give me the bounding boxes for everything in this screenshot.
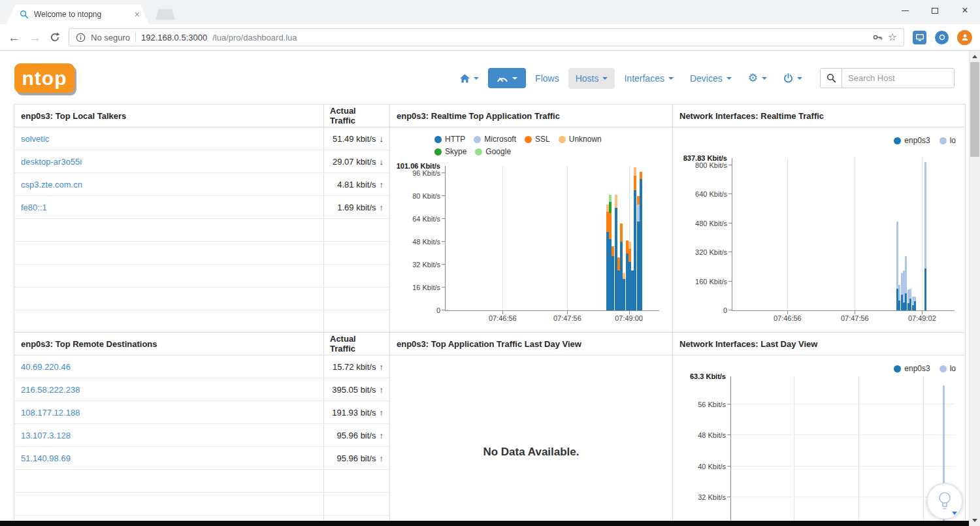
host-link[interactable]: solvetic [21,134,49,144]
maximize-button[interactable] [920,0,950,21]
nav-power-dropdown[interactable] [776,68,809,88]
traffic-value: 51.49 kbit/s [333,134,376,144]
browser-titlebar: Welcome to ntopng × × [0,0,980,24]
host-link[interactable]: fe80::1 [21,203,47,212]
host-cell: 40.69.220.46 [14,355,324,378]
chevron-down-icon [668,77,674,80]
browser-profile-avatar[interactable] [957,30,972,45]
gridline-vertical [923,376,924,526]
browser-tab[interactable]: Welcome to ntopng × [7,5,149,24]
traffic-cell [324,242,389,264]
nav-home-dropdown[interactable] [453,69,486,88]
ntop-logo[interactable]: ntop [14,63,74,93]
scrollbar-down-icon[interactable] [972,519,977,522]
gridline-horizontal [731,404,955,404]
host-cell [14,310,324,333]
remote-destinations-table: 40.69.220.4615.72 kbit/s↑216.58.222.2383… [14,355,389,526]
gridline-vertical [855,158,855,310]
legend-item[interactable]: Microsoft [474,135,516,144]
nav-dashboard-dropdown[interactable] [488,68,526,88]
traffic-cell: 191.93 bit/s↑ [324,401,389,423]
y-tick [728,193,732,194]
y-tick [442,195,445,196]
panel-header: Network Interfaces: Last Day View [673,333,965,355]
nav-interfaces-dropdown[interactable]: Interfaces [617,68,680,89]
table-row: 40.69.220.4615.72 kbit/s↑ [14,355,389,378]
column-header-actual-traffic: Actual Traffic [324,333,389,355]
traffic-cell: 395.05 bit/s↑ [324,378,389,401]
y-tick [727,466,730,467]
legend-item[interactable]: Skype [434,147,466,156]
nav-hosts-label: Hosts [576,73,599,84]
traffic-value: 395.05 bit/s [332,385,376,395]
host-cell: 51.140.98.69 [14,447,324,469]
minimize-button[interactable] [890,0,920,21]
chevron-down-icon [797,77,802,80]
table-row: 108.177.12.188191.93 bit/s↑ [14,401,389,424]
bookmark-star-icon[interactable]: ☆ [888,32,897,42]
legend-dot [894,137,901,144]
table-row: csp3.zte.com.cn4.81 kbit/s↑ [14,173,389,196]
legend-item[interactable]: Google [475,147,511,156]
scrollbar-up-icon[interactable] [972,55,977,58]
legend-item[interactable]: enp0s3 [894,136,930,145]
gridline-vertical [922,158,923,310]
host-link[interactable]: desktop-ar3o55i [21,157,82,167]
scrollbar-thumb[interactable] [970,62,979,157]
ntopng-page: ntop Flows Hosts Interfaces [0,51,980,526]
y-tick [727,497,730,497]
host-link[interactable]: csp3.zte.com.cn [21,180,82,189]
security-label[interactable]: No seguro [91,33,130,42]
x-tick-label: 07:49:02 [908,314,936,322]
nav-hosts-dropdown[interactable]: Hosts [568,68,615,89]
host-link[interactable]: 51.140.98.69 [21,453,71,463]
new-tab-button[interactable] [155,9,175,20]
extension-circle-icon[interactable] [935,31,949,44]
traffic-cell [324,470,389,492]
y-tick [728,310,732,310]
bar-segment [914,297,916,301]
panel-top-remote-destinations: enp0s3: Top Remote Destinations Actual T… [14,332,390,526]
tab-close-icon[interactable]: × [135,10,140,19]
bar-segment [640,179,642,310]
nav-devices-dropdown[interactable]: Devices [683,68,739,89]
traffic-value: 95.96 bit/s [337,431,376,440]
back-button[interactable]: ← [8,31,20,44]
help-lightbulb-button[interactable] [926,483,963,519]
legend-item[interactable]: HTTP [434,135,465,144]
search-icon[interactable] [821,69,842,88]
host-link[interactable]: 13.107.3.128 [21,431,71,440]
chart-plot: 56 Kbit/s48 Kbit/s40 Kbit/s32 Kbit/s24 K… [730,376,955,526]
password-key-icon[interactable] [872,32,883,42]
gridline-horizontal [731,497,955,497]
host-link[interactable]: 40.69.220.46 [21,362,71,372]
legend-item[interactable]: lo [939,136,956,145]
legend-item[interactable]: SSL [525,135,550,144]
panel-title: enp0s3: Top Local Talkers [14,105,324,127]
legend-item[interactable]: lo [939,364,956,373]
forward-button[interactable]: → [29,31,41,44]
host-link[interactable]: 108.177.12.188 [21,408,80,418]
legend-label: SSL [535,135,550,144]
reload-button[interactable] [50,32,60,42]
traffic-value: 1.69 kbit/s [337,203,376,212]
table-row: solvetic51.49 kbit/s↓ [14,127,389,150]
page-scrollbar[interactable] [969,51,980,526]
panel-title: enp0s3: Top Application Traffic Last Day… [390,333,672,355]
url-omnibox[interactable]: No seguro 192.168.0.5:3000 /lua/pro/dash… [69,28,904,46]
table-row: 51.140.98.6995.96 bit/s↑ [14,447,389,470]
legend-item[interactable]: Unknown [559,135,602,144]
host-link[interactable]: 216.58.222.238 [21,385,80,395]
bottom-black-strip [0,521,969,526]
nav-flows[interactable]: Flows [528,68,566,89]
info-icon[interactable] [76,33,86,42]
extension-monitor-icon[interactable] [913,31,926,44]
nav-settings-dropdown[interactable]: ⚙ [741,67,774,89]
lightbulb-icon [935,490,955,512]
bar-segment [924,269,926,310]
search-input[interactable] [842,73,954,83]
traffic-value: 95.96 bit/s [337,453,376,463]
gridline-vertical [787,158,788,310]
legend-item[interactable]: enp0s3 [894,364,930,373]
close-button[interactable]: × [950,0,980,21]
